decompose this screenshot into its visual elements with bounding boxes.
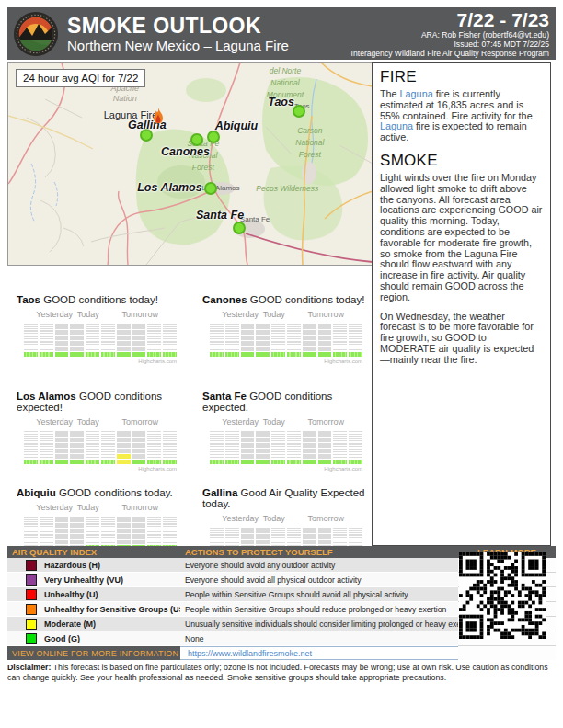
aqi-bar xyxy=(132,431,146,464)
aqi-action-text: Everyone should avoid any outdoor activi… xyxy=(180,558,458,573)
aqi-action-text: Unusually sensitive individuals should c… xyxy=(180,617,458,631)
forecast-panel-taos: Taos GOOD conditions today! YesterdayTod… xyxy=(7,290,193,381)
aqi-bar xyxy=(241,324,255,357)
forecast-status: GOOD conditions today. xyxy=(59,487,173,498)
forecast-day-labels: YesterdayTodayTomorrow xyxy=(210,310,362,320)
forecast-city: Taos xyxy=(17,294,40,305)
day-label-yesterday: Yesterday xyxy=(222,417,259,427)
forecast-chart xyxy=(210,431,362,464)
fire-text: The xyxy=(380,88,400,99)
chart-watermark: Highcharts.com xyxy=(17,466,177,472)
aqi-bar xyxy=(70,431,84,464)
map-area-label-pecos-wilderness: Pecos Wilderness xyxy=(256,183,318,195)
laguna-fire-link[interactable]: Laguna xyxy=(380,120,413,131)
aqi-index-header: AIR QUALITY INDEX xyxy=(7,546,180,558)
city-label-taos: Taos xyxy=(268,96,294,108)
aqi-bar xyxy=(287,431,301,464)
map-area-label-carson: Carson National Forest xyxy=(295,125,324,161)
map: Jicarilla Apache Nationdel Norte Nationa… xyxy=(7,62,373,266)
aqi-bar xyxy=(55,324,69,357)
city-label-canones: Canones xyxy=(161,145,210,158)
aqi-category-label: Good (G) xyxy=(44,634,80,643)
day-label-yesterday: Yesterday xyxy=(36,417,73,427)
aqi-bar xyxy=(70,517,84,550)
ara-line: ARA: Rob Fisher (robertf64@vt.edu) xyxy=(351,30,549,40)
aqi-bar xyxy=(101,324,115,357)
fire-name-label: Laguna Fire xyxy=(104,109,158,120)
city-marker-santa-fe xyxy=(233,222,246,234)
aqi-color-swatch xyxy=(26,633,37,644)
aqi-bar xyxy=(55,431,69,464)
day-label-today: Today xyxy=(263,310,285,319)
forecast-city: Santa Fe xyxy=(202,391,247,402)
aqi-bar xyxy=(24,324,38,357)
day-label-today: Today xyxy=(77,417,99,427)
city-label-santa-fe: Santa Fe xyxy=(196,209,244,222)
aqi-actions-header: ACTIONS TO PROTECT YOURSELF xyxy=(180,546,458,558)
day-label-yesterday: Yesterday xyxy=(36,310,73,319)
aqi-bar xyxy=(318,324,332,357)
aqi-bar xyxy=(210,431,224,464)
aqi-bar xyxy=(163,431,177,464)
aqi-category-label: Very Unhealthy (VU) xyxy=(44,575,123,585)
qr-code xyxy=(459,552,546,639)
aqi-color-swatch xyxy=(26,574,37,586)
forecast-chart xyxy=(24,517,177,550)
aqi-bar xyxy=(303,324,316,357)
aqi-bar xyxy=(40,431,53,464)
day-label-today: Today xyxy=(263,417,285,427)
aqi-bar xyxy=(86,431,99,464)
fire-paragraph: The Laguna fire is currently estimated a… xyxy=(380,89,543,143)
aqi-table-footer: VIEW ONLINE FOR MORE INFORMATION https:/… xyxy=(7,646,556,660)
aqi-bar xyxy=(349,431,362,464)
forecast-day-labels: YesterdayTodayTomorrow xyxy=(210,514,362,524)
forecast-chart xyxy=(24,324,177,357)
aqi-bar xyxy=(241,431,255,464)
forecast-chart xyxy=(24,431,177,464)
city-marker-canones xyxy=(190,133,203,146)
map-area-label-santa-fe: Santa Fe xyxy=(240,215,270,223)
forecast-chart xyxy=(210,324,362,357)
aqi-category-label: Moderate (M) xyxy=(44,620,96,629)
day-label-yesterday: Yesterday xyxy=(222,310,259,319)
issued-line: Issued: 07:45 MDT 7/22/25 xyxy=(351,40,549,49)
aqi-bar xyxy=(318,431,332,464)
aqi-bar xyxy=(55,517,69,550)
aqi-category-label: Hazardous (H) xyxy=(44,561,100,570)
day-label-tomorrow: Tomorrow xyxy=(307,514,344,523)
day-label-today: Today xyxy=(263,514,285,523)
page-subtitle: Northern New Mexico – Laguna Fire xyxy=(67,38,289,54)
aqi-bar xyxy=(101,517,115,550)
forecast-grid: Taos GOOD conditions today! YesterdayTod… xyxy=(7,290,370,574)
website-link[interactable]: https://www.wildlandfiresmoke.net xyxy=(180,649,312,658)
header: SMOKE OUTLOOK Northern New Mexico – Lagu… xyxy=(7,7,556,60)
chart-watermark: Highcharts.com xyxy=(202,466,362,472)
forecast-day-labels: YesterdayTodayTomorrow xyxy=(210,417,362,427)
day-label-today: Today xyxy=(77,503,99,512)
aqi-bar xyxy=(147,517,161,550)
program-line: Interagency Wildland Fire Air Quality Re… xyxy=(351,49,549,58)
aqi-bar xyxy=(24,517,38,550)
laguna-fire-link[interactable]: Laguna xyxy=(400,88,433,99)
day-label-yesterday: Yesterday xyxy=(36,503,73,512)
aqi-bar xyxy=(117,324,131,357)
aqi-bar xyxy=(225,431,239,464)
disclaimer-label: Disclaimer: xyxy=(7,663,51,672)
aqi-bar xyxy=(287,324,301,357)
aqi-bar xyxy=(40,324,53,357)
aqi-action-text: Everyone should avoid all physical outdo… xyxy=(180,573,458,587)
day-label-tomorrow: Tomorrow xyxy=(307,310,344,319)
smoke-paragraph-1: Light winds over the fire on Monday allo… xyxy=(380,173,543,303)
aqi-bar xyxy=(86,324,99,357)
aqi-bar xyxy=(333,431,347,464)
view-online-label: VIEW ONLINE FOR MORE INFORMATION xyxy=(7,646,180,660)
smoke-heading: SMOKE xyxy=(380,152,543,170)
aqi-category-label: Unhealthy (U) xyxy=(44,590,98,599)
forecast-status: GOOD conditions today! xyxy=(250,294,365,305)
forecast-city: Gallina xyxy=(202,487,237,498)
day-label-tomorrow: Tomorrow xyxy=(121,503,158,512)
aqi-action-text: People within Sensitive Groups should re… xyxy=(180,602,458,617)
page-title: SMOKE OUTLOOK xyxy=(67,14,289,38)
day-label-yesterday: Yesterday xyxy=(222,514,259,523)
date-range: 7/22 - 7/23 xyxy=(351,10,549,29)
